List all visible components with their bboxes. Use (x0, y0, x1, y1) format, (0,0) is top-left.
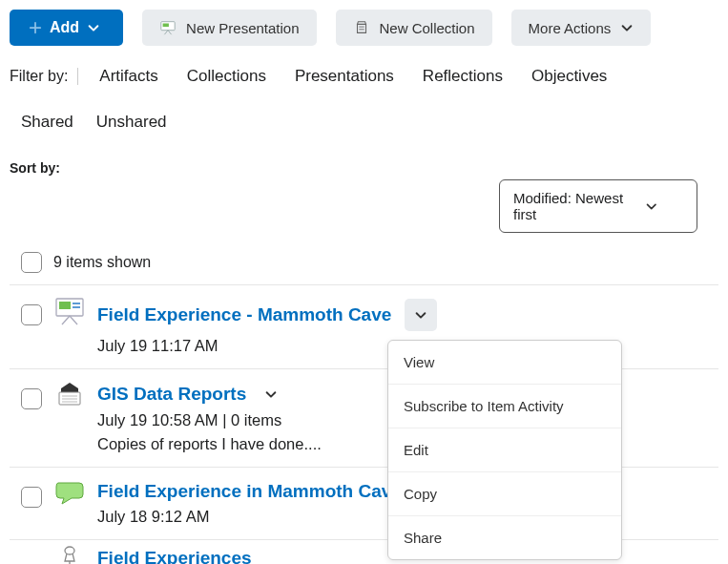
row-actions-button[interactable] (405, 299, 437, 331)
list-header: 9 items shown (10, 240, 718, 284)
filter-tab-objectives[interactable]: Objectives (531, 67, 607, 86)
svg-line-3 (168, 31, 172, 35)
more-actions-label: More Actions (529, 20, 612, 36)
item-count-label: 9 items shown (53, 254, 151, 271)
binder-icon (53, 381, 86, 409)
item-title-link[interactable]: Field Experience in Mammoth Cave (97, 481, 402, 502)
row-checkbox[interactable] (21, 304, 42, 325)
svg-line-11 (70, 316, 77, 324)
filter-tab-collections[interactable]: Collections (187, 67, 266, 86)
new-presentation-label: New Presentation (186, 20, 299, 36)
svg-point-17 (65, 547, 74, 554)
svg-line-10 (62, 316, 70, 324)
chevron-down-icon (264, 387, 278, 401)
filter-tab-artifacts[interactable]: Artifacts (99, 67, 157, 86)
pushpin-icon (53, 546, 86, 564)
row-actions-button[interactable] (260, 383, 282, 406)
row-checkbox[interactable] (21, 388, 42, 409)
menu-item-edit[interactable]: Edit (388, 428, 621, 472)
svg-rect-12 (61, 388, 78, 392)
new-collection-button[interactable]: New Collection (336, 10, 492, 46)
item-title-link[interactable]: Field Experiences (97, 548, 252, 564)
menu-item-subscribe[interactable]: Subscribe to Item Activity (388, 385, 621, 428)
speech-bubble-icon (53, 479, 86, 506)
row-checkbox[interactable] (21, 487, 42, 508)
add-label: Add (50, 19, 79, 36)
sort-select[interactable]: Modified: Newest first (499, 179, 697, 233)
row-actions-menu: View Subscribe to Item Activity Edit Cop… (387, 340, 622, 560)
collection-icon (353, 19, 370, 36)
chevron-down-icon (87, 21, 100, 34)
presentation-icon (159, 19, 177, 36)
item-title-link[interactable]: Field Experience - Mammoth Cave (97, 304, 391, 325)
sort-section: Sort by: Modified: Newest first (10, 160, 718, 233)
item-title-link[interactable]: GIS Data Reports (97, 384, 246, 405)
filter-row: Filter by: Artifacts Collections Present… (10, 55, 718, 97)
svg-rect-9 (73, 306, 80, 308)
chevron-down-icon (414, 308, 427, 322)
chevron-down-icon (645, 199, 658, 213)
more-actions-button[interactable]: More Actions (511, 10, 652, 46)
filter-tab-reflections[interactable]: Reflections (423, 67, 503, 86)
filter-tab-shared[interactable]: Shared (21, 113, 73, 132)
select-all-checkbox[interactable] (21, 252, 42, 273)
sort-selected-value: Modified: Newest first (513, 190, 645, 222)
filter-tabs: Artifacts Collections Presentations Refl… (90, 67, 607, 86)
menu-item-copy[interactable]: Copy (388, 472, 621, 516)
sort-label: Sort by: (10, 160, 208, 176)
menu-item-share[interactable]: Share (388, 516, 621, 559)
filter-row-2: Shared Unshared (10, 97, 718, 141)
filter-label: Filter by: (10, 68, 78, 85)
svg-rect-8 (73, 303, 80, 304)
filter-tab-presentations[interactable]: Presentations (295, 67, 394, 86)
new-collection-label: New Collection (380, 20, 475, 36)
filter-tab-unshared[interactable]: Unshared (96, 113, 167, 132)
chevron-down-icon (620, 21, 634, 34)
svg-rect-7 (59, 302, 71, 309)
svg-line-2 (165, 31, 169, 35)
add-button[interactable]: Add (10, 10, 123, 46)
new-presentation-button[interactable]: New Presentation (142, 10, 316, 46)
top-toolbar: Add New Presentation New Collection More… (10, 10, 718, 55)
plus-icon (29, 21, 42, 34)
presentation-icon (53, 297, 86, 325)
menu-item-view[interactable]: View (388, 341, 621, 385)
svg-rect-1 (163, 24, 169, 28)
